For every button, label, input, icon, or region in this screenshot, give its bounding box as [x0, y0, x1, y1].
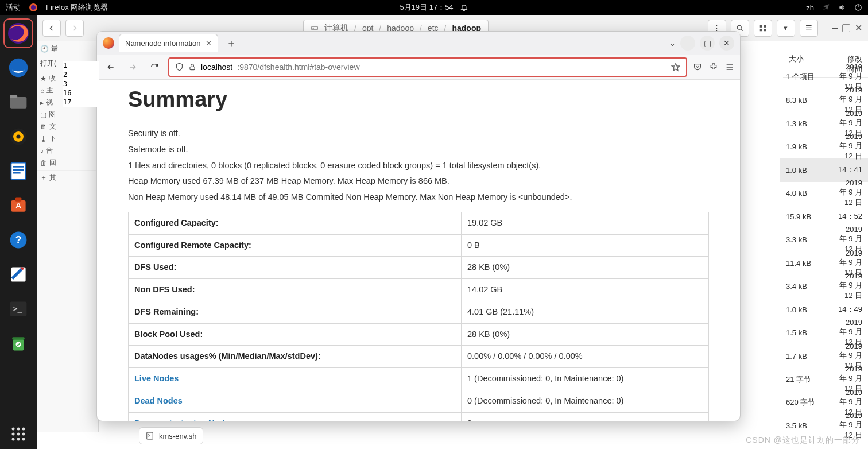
cell-size: 1.0 kB — [786, 305, 838, 314]
page-content[interactable]: Summary Security is off. Safemode is off… — [97, 80, 740, 421]
window-maximize-button[interactable] — [842, 24, 850, 32]
svg-rect-42 — [147, 432, 153, 439]
metric-name[interactable]: Live Nodes — [129, 368, 462, 390]
table-row[interactable]: 3.5 kB2019 年 9 月 12 日 — [780, 415, 868, 438]
activities-button[interactable]: 活动 — [6, 2, 21, 13]
browser-tab[interactable]: Namenode information ✕ — [119, 34, 218, 52]
tabs-dropdown-icon[interactable]: ⌄ — [669, 39, 676, 48]
input-language-indicator[interactable]: zh — [806, 3, 814, 12]
ubuntu-dock: A?>_ — [0, 15, 37, 449]
files-back-button[interactable] — [42, 20, 61, 37]
table-row[interactable]: 3.4 kB2019 年 9 月 12 日 — [780, 275, 868, 299]
cell-modified: 14：52 — [838, 211, 862, 222]
cell-modified: 14：41 — [838, 165, 862, 175]
network-icon[interactable] — [822, 3, 830, 11]
metric-name[interactable]: Dead Nodes — [129, 390, 462, 412]
files-view-dropdown[interactable]: ▾ — [777, 20, 795, 37]
svg-text:?: ? — [16, 234, 22, 246]
nav-back-button[interactable] — [103, 59, 119, 75]
page-heading: Summary — [128, 83, 709, 116]
summary-line: Security is off. — [128, 127, 709, 140]
window-close-button[interactable]: ✕ — [855, 22, 862, 33]
svg-point-29 — [17, 433, 20, 436]
svg-point-26 — [17, 428, 20, 431]
lock-icon[interactable] — [188, 63, 196, 71]
rhythmbox-app-icon[interactable] — [3, 122, 33, 152]
metric-value: 0 B — [462, 234, 709, 257]
table-row[interactable]: 1.9 kB2019 年 9 月 12 日 — [780, 136, 868, 159]
volume-icon[interactable] — [838, 3, 846, 11]
table-row[interactable]: 4.0 kB2019 年 9 月 12 日 — [780, 182, 868, 206]
libreoffice-writer-app-icon[interactable] — [3, 156, 33, 186]
files-grid-view-button[interactable] — [754, 20, 772, 37]
reload-button[interactable] — [146, 59, 162, 75]
metric-value: 28 KB (0%) — [462, 323, 709, 346]
shield-icon[interactable] — [175, 63, 184, 71]
file-chip[interactable]: kms-env.sh — [139, 427, 203, 444]
firefox-minimize-button[interactable]: – — [680, 36, 695, 51]
firefox-close-button[interactable]: ✕ — [719, 36, 734, 51]
window-minimize-button[interactable]: – — [832, 22, 838, 34]
svg-rect-13 — [13, 172, 21, 174]
table-row: Dead Nodes0 (Decommissioned: 0, In Maint… — [129, 390, 709, 412]
sidebar-down[interactable]: ⭳ 下 — [40, 134, 95, 144]
notification-bell-icon[interactable] — [460, 3, 468, 11]
nav-forward-button[interactable] — [125, 59, 141, 75]
clock-label[interactable]: 5月19日 17：54 — [400, 2, 453, 13]
address-bar[interactable]: localhost:9870/dfshealth.html#tab-overvi… — [168, 57, 687, 77]
power-icon[interactable] — [854, 3, 862, 11]
app-menu-icon[interactable] — [725, 63, 734, 72]
cell-size: 1 个项目 — [786, 72, 838, 82]
cell-size: 8.3 kB — [786, 96, 838, 104]
editor-code-area[interactable] — [37, 185, 98, 187]
svg-point-27 — [22, 428, 25, 431]
files-app-icon[interactable] — [3, 87, 33, 117]
table-row: Configured Remote Capacity:0 B — [129, 234, 709, 257]
thunderbird-app-icon[interactable] — [3, 53, 33, 83]
sidebar-trash[interactable]: 🗑 回 — [40, 158, 95, 168]
new-tab-button[interactable]: ＋ — [223, 36, 240, 50]
cell-modified: 2019 年 9 月 12 日 — [838, 272, 862, 301]
firefox-app-icon[interactable] — [3, 18, 33, 48]
firefox-menubar-icon — [29, 3, 38, 12]
firefox-maximize-button[interactable]: ▢ — [700, 36, 715, 51]
svg-point-28 — [12, 433, 15, 436]
bookmark-star-icon[interactable] — [671, 63, 680, 72]
metric-value: 28 KB (0%) — [462, 257, 709, 279]
firefox-tab-bar: Namenode information ✕ ＋ ⌄ – ▢ ✕ — [97, 32, 740, 55]
metric-name: Configured Capacity: — [129, 212, 462, 234]
help-app-icon[interactable]: ? — [3, 225, 33, 255]
sidebar-doc[interactable]: 🗎 文 — [40, 122, 95, 131]
extensions-icon[interactable] — [709, 63, 718, 72]
trash-app-icon[interactable] — [3, 328, 33, 358]
svg-rect-37 — [760, 25, 762, 27]
svg-point-35 — [313, 28, 313, 28]
shell-file-icon — [145, 431, 154, 440]
metric-value: 0 — [462, 412, 709, 421]
table-row: Decommissioning Nodes0 — [129, 412, 709, 421]
sidebar-pic[interactable]: ▢ 图 — [40, 110, 95, 119]
sidebar-recent[interactable]: 🕘 最 — [40, 44, 58, 53]
metric-value: 19.02 GB — [462, 212, 709, 234]
sidebar-other[interactable]: ＋ 其 — [40, 173, 95, 183]
pocket-icon[interactable] — [693, 63, 702, 72]
svg-text:A: A — [16, 201, 21, 210]
svg-text:>_: >_ — [13, 304, 22, 313]
sidebar-music[interactable]: ♪ 音 — [40, 146, 95, 156]
svg-rect-10 — [11, 163, 25, 180]
files-menu-button[interactable]: ☰ — [800, 20, 818, 37]
file-chip-label: kms-env.sh — [159, 432, 197, 440]
terminal-app-icon[interactable]: >_ — [3, 294, 33, 324]
show-applications-icon[interactable] — [3, 419, 33, 449]
tab-close-button[interactable]: ✕ — [206, 39, 212, 48]
metric-name[interactable]: Decommissioning Nodes — [129, 412, 462, 421]
metric-value: 1 (Decommissioned: 0, In Maintenance: 0) — [462, 368, 709, 390]
gnome-top-bar: 活动 Firefox 网络浏览器 5月19日 17：54 zh — [0, 0, 868, 15]
software-app-icon[interactable]: A — [3, 191, 33, 220]
tab-title: Namenode information — [125, 39, 201, 48]
active-app-label: Firefox 网络浏览器 — [46, 2, 108, 13]
svg-rect-34 — [312, 26, 318, 30]
text-editor-app-icon[interactable] — [3, 260, 33, 289]
files-forward-button[interactable] — [65, 20, 84, 37]
svg-rect-5 — [10, 97, 27, 109]
